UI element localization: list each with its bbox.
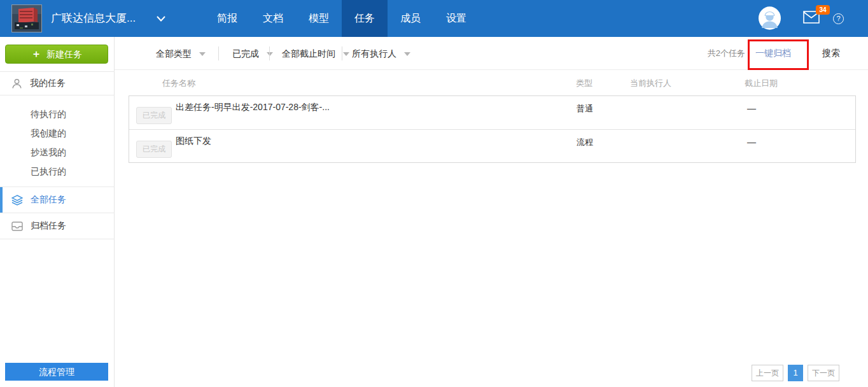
sidebar-item-created-by-me[interactable]: 我创建的 [31,123,107,143]
task-type: 普通 [577,103,593,115]
user-avatar[interactable] [758,6,781,30]
sidebar-divider [0,239,115,239]
column-header-task-name: 任务名称 [162,78,195,89]
task-deadline: — [747,103,756,113]
chevron-down-icon [343,52,349,56]
tab-models[interactable]: 模型 [296,0,342,37]
sidebar-item-all-tasks[interactable]: 全部任务 [0,187,115,213]
archive-box-icon [11,222,23,231]
column-header-deadline: 截止日期 [745,78,778,89]
type-filter-dropdown[interactable]: 全部类型 [156,37,206,70]
sidebar-item-cc-to-me[interactable]: 抄送我的 [31,143,107,162]
filter-right-cluster: 共2个任务 一键归档 搜索 [708,37,840,70]
task-title[interactable]: 图纸下发 [176,136,211,147]
type-filter-label: 全部类型 [156,48,192,59]
task-type: 流程 [577,137,593,148]
column-header-current-executor: 当前执行人 [630,78,671,89]
next-page-button[interactable]: 下一页 [808,365,839,381]
task-title[interactable]: 出差任务-明早出发-2017-07-28-剑客-... [176,102,330,113]
search-button[interactable]: 搜索 [822,48,840,59]
executor-filter-label: 所有执行人 [352,48,396,59]
sidebar-item-pending[interactable]: 待执行的 [31,104,107,123]
app-window: 广联达信息大厦... 简报 文档 模型 任务 成员 设置 [0,0,868,387]
task-deadline: — [747,137,756,147]
current-page-button[interactable]: 1 [788,365,803,381]
status-filter-dropdown[interactable]: 已完成 [232,37,273,70]
pagination: 上一页 1 下一页 [752,365,839,381]
status-badge: 已完成 [136,107,172,124]
all-tasks-label: 全部任务 [31,194,66,206]
new-task-label: 新建任务 [46,49,82,59]
left-sidebar: ＋新建任务 我的任务 待执行的 我创建的 抄送我的 已执行的 全部任务 归 [0,37,115,387]
table-row[interactable]: 已完成 图纸下发 流程 — [129,129,855,162]
chevron-down-icon [267,52,273,56]
sidebar-divider [0,95,115,95]
prev-page-button[interactable]: 上一页 [752,365,783,381]
new-task-button[interactable]: ＋新建任务 [5,45,108,64]
sidebar-item-archived-tasks[interactable]: 归档任务 [0,213,115,239]
archived-tasks-label: 归档任务 [31,220,66,232]
help-icon[interactable]: ? [833,13,844,24]
deadline-filter-label: 全部截止时间 [282,48,335,59]
layers-icon [11,195,23,206]
tab-settings[interactable]: 设置 [433,0,479,37]
process-management-button[interactable]: 流程管理 [5,363,108,381]
plus-icon: ＋ [31,48,41,59]
task-count-label: 共2个任务 [708,48,745,59]
building-logo-icon [12,5,41,32]
messages-button[interactable]: 34 [803,11,822,26]
filter-bar: 全部类型 已完成 全部截止时间 所有执行人 共2个任务 一键归档 搜索 [115,37,868,70]
deadline-filter-dropdown[interactable]: 全部截止时间 [282,37,349,70]
tab-documents[interactable]: 文档 [250,0,296,37]
table-row[interactable]: 已完成 出差任务-明早出发-2017-07-28-剑客-... 普通 — [129,96,855,129]
tab-members[interactable]: 成员 [388,0,433,37]
column-header-type: 类型 [576,78,592,89]
chevron-down-icon [199,52,206,56]
executor-filter-dropdown[interactable]: 所有执行人 [352,37,410,70]
task-list: 已完成 出差任务-明早出发-2017-07-28-剑客-... 普通 — 已完成… [129,95,856,163]
unread-count-badge: 34 [816,5,830,15]
my-tasks-label: 我的任务 [30,78,66,89]
filter-divider [808,46,808,60]
avatar-hardhat-icon [758,6,781,30]
main-content: 全部类型 已完成 全部截止时间 所有执行人 共2个任务 一键归档 搜索 任务名称 [115,37,868,387]
status-filter-label: 已完成 [232,48,259,59]
project-title[interactable]: 广联达信息大厦... [51,0,136,37]
chevron-down-icon [404,52,410,56]
main-nav-tabs: 简报 文档 模型 任务 成员 设置 [204,0,479,37]
status-badge: 已完成 [136,141,172,158]
sidebar-item-executed[interactable]: 已执行的 [31,162,107,181]
filter-divider [218,46,219,60]
person-icon [11,78,22,89]
sidebar-item-my-tasks[interactable]: 我的任务 [0,72,115,95]
filter-divider [269,46,270,60]
tab-briefing[interactable]: 简报 [204,0,250,37]
active-indicator-bar [0,187,3,213]
filter-divider [342,46,342,60]
project-logo[interactable] [11,4,42,32]
archive-all-button[interactable]: 一键归档 [755,48,791,59]
top-navigation-bar: 广联达信息大厦... 简报 文档 模型 任务 成员 设置 [0,0,868,37]
project-switch-chevron-down-icon[interactable] [157,16,165,22]
tab-tasks[interactable]: 任务 [342,0,388,37]
table-header: 任务名称 类型 当前执行人 截止日期 [115,70,868,95]
